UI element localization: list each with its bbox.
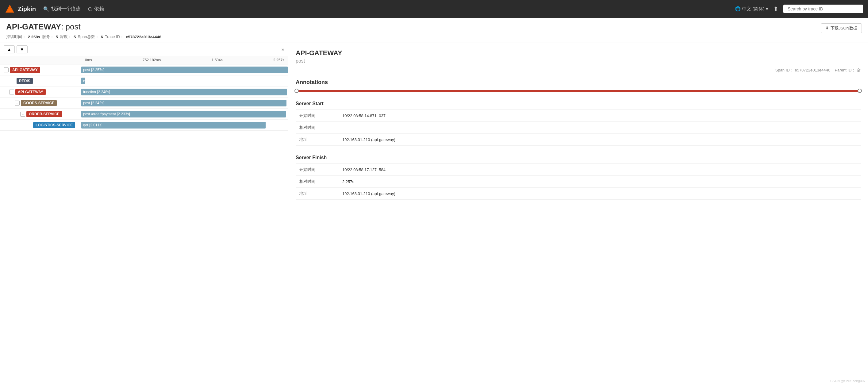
timeline-container: 0ms 752.182ms 1.504s 2.257s −API-GATEWAY…	[0, 56, 288, 384]
service-cell: −GOODS-SERVICE	[0, 99, 81, 107]
service-cell: REDIS	[0, 77, 81, 85]
span-bar: function [2.248s]	[81, 89, 287, 95]
service-badge: LOGISTICS-SERVICE	[33, 122, 75, 128]
span-bar: get [2.011s]	[81, 122, 266, 129]
annotation-dot-left	[294, 89, 299, 93]
time-markers: 0ms 752.182ms 1.504s 2.257s	[84, 58, 285, 62]
page-meta: 持续时间： 2.258s 服务： 5 深度： 5 Span总数： 6 Trace…	[6, 34, 862, 39]
trace-panel: ▲ ▼ » 0ms 752.182ms 1.504s 2.257s	[0, 43, 288, 384]
time-marker-2: 1.504s	[212, 58, 223, 62]
trace-id-search-input[interactable]	[783, 5, 863, 13]
trace-row[interactable]: REDISevalsha [3.859ms]	[0, 75, 288, 87]
annotation-value: 2.257s	[339, 176, 861, 188]
deps-nav-icon: ⬡	[88, 6, 92, 12]
trace-row[interactable]: −API-GATEWAYpost [2.257s]	[0, 64, 288, 75]
timeline-header: 0ms 752.182ms 1.504s 2.257s	[0, 56, 288, 64]
service-cell: −ORDER-SERVICE	[0, 110, 81, 118]
span-bar: post [2.242s]	[81, 100, 286, 106]
language-selector[interactable]: 🌐 中文 (简体) ▾	[735, 6, 768, 12]
parent-id-label: Parent ID：	[835, 68, 856, 72]
span-cell[interactable]: post [2.257s]	[81, 65, 288, 74]
service-cell: LOGISTICS-SERVICE	[0, 121, 81, 129]
annotation-label: 相对时间	[296, 176, 339, 188]
span-id-label: Span ID：	[775, 68, 794, 72]
service-badge: REDIS	[17, 78, 33, 84]
annotation-row: 地址192.168.31.210 (api-gateway)	[296, 188, 861, 200]
annotation-row: 地址192.168.31.210 (api-gateway)	[296, 134, 861, 146]
span-cell[interactable]: post /order/payment [2.233s]	[81, 109, 288, 119]
server-finish-table: 开始时间10/22 08:58:17.127_584相对时间2.257s地址19…	[296, 164, 861, 200]
service-cell: −API-GATEWAY	[0, 66, 81, 74]
collapse-button[interactable]: −	[4, 67, 8, 72]
search-nav-icon: 🔍	[43, 6, 50, 12]
detail-ids: Span ID： e578722e013e4446 Parent ID： 空	[296, 67, 861, 73]
annotation-label: 地址	[296, 134, 339, 146]
main-nav: 🔍 找到一个痕迹 ⬡ 依赖	[43, 6, 104, 12]
server-finish-title: Server Finish	[296, 152, 861, 164]
collapse-down-button[interactable]: ▼	[17, 45, 28, 53]
annotation-row: 开始时间10/22 08:58:17.127_584	[296, 164, 861, 176]
detail-operation: post	[296, 58, 861, 64]
span-bar: evalsha [3.859ms]	[81, 77, 85, 84]
annotation-value: 192.168.31.210 (api-gateway)	[339, 188, 861, 200]
annotation-label: 开始时间	[296, 164, 339, 176]
zipkin-logo-icon	[5, 4, 15, 14]
annotation-label: 地址	[296, 188, 339, 200]
main-layout: ▲ ▼ » 0ms 752.182ms 1.504s 2.257s	[0, 43, 868, 384]
annotation-label: 开始时间	[296, 110, 339, 122]
collapse-button[interactable]: −	[20, 111, 25, 117]
time-col-header: 0ms 752.182ms 1.504s 2.257s	[81, 56, 288, 64]
navbar-right: 🌐 中文 (简体) ▾ ⬆	[735, 5, 863, 13]
span-cell[interactable]: get [2.011s]	[81, 121, 288, 130]
page-title: API-GATEWAY: post	[6, 22, 81, 32]
annotation-row: 相对时间2.257s	[296, 176, 861, 188]
annotation-dot-right	[858, 89, 862, 93]
annotation-value: 10/22 08:58:14.871_037	[339, 110, 861, 122]
time-marker-1: 752.182ms	[143, 58, 161, 62]
time-marker-0: 0ms	[85, 58, 92, 62]
server-finish-section: Server Finish 开始时间10/22 08:58:17.127_584…	[296, 152, 861, 200]
annotation-bar	[296, 90, 861, 92]
server-start-title: Server Start	[296, 98, 861, 110]
trace-rows: −API-GATEWAYpost [2.257s]REDISevalsha [3…	[0, 64, 288, 131]
span-cell[interactable]: evalsha [3.859ms]	[81, 76, 288, 86]
time-marker-3: 2.257s	[273, 58, 284, 62]
server-start-table: 开始时间10/22 08:58:14.871_037相对时间地址192.168.…	[296, 110, 861, 146]
collapse-up-button[interactable]: ▲	[4, 45, 15, 53]
annotation-track	[296, 90, 861, 92]
nav-deps[interactable]: ⬡ 依赖	[88, 6, 104, 12]
chevron-down-icon: ▼	[20, 47, 24, 52]
server-start-section: Server Start 开始时间10/22 08:58:14.871_037相…	[296, 98, 861, 146]
chevron-down-icon: ▾	[766, 6, 768, 12]
service-badge: API-GATEWAY	[10, 67, 40, 73]
annotation-row: 相对时间	[296, 122, 861, 134]
trace-toolbar: ▲ ▼ »	[0, 43, 288, 56]
trace-row[interactable]: −API-GATEWAYfunction [2.248s]	[0, 87, 288, 98]
page-header: API-GATEWAY: post ⬇ 下载JSON数据 持续时间： 2.258…	[0, 18, 868, 43]
translate-icon: 🌐	[735, 6, 741, 12]
annotation-value	[339, 122, 861, 134]
navbar: Zipkin 🔍 找到一个痕迹 ⬡ 依赖 🌐 中文 (简体) ▾ ⬆	[0, 0, 868, 18]
collapse-button[interactable]: −	[15, 101, 20, 105]
expand-right-icon[interactable]: »	[282, 46, 284, 52]
span-cell[interactable]: post [2.242s]	[81, 98, 288, 108]
trace-row[interactable]: −GOODS-SERVICEpost [2.242s]	[0, 98, 288, 108]
service-cell: −API-GATEWAY	[0, 88, 81, 96]
detail-service-name: API-GATEWAY	[296, 49, 861, 57]
logo[interactable]: Zipkin	[5, 4, 36, 14]
service-badge: ORDER-SERVICE	[26, 111, 62, 117]
chevron-up-icon: ▲	[7, 47, 11, 52]
trace-row[interactable]: LOGISTICS-SERVICEget [2.011s]	[0, 120, 288, 131]
download-json-button[interactable]: ⬇ 下载JSON数据	[821, 23, 862, 33]
annotation-value: 10/22 08:58:17.127_584	[339, 164, 861, 176]
span-cell[interactable]: function [2.248s]	[81, 88, 288, 97]
trace-row[interactable]: −ORDER-SERVICEpost /order/payment [2.233…	[0, 108, 288, 120]
brand-name: Zipkin	[18, 5, 36, 12]
service-badge: API-GATEWAY	[16, 89, 46, 95]
span-bar: post [2.257s]	[81, 67, 288, 73]
download-icon: ⬇	[825, 26, 829, 30]
nav-find-trace[interactable]: 🔍 找到一个痕迹	[43, 6, 81, 12]
upload-button[interactable]: ⬆	[773, 5, 778, 12]
span-bar: post /order/payment [2.233s]	[81, 111, 286, 118]
collapse-button[interactable]: −	[9, 90, 14, 94]
